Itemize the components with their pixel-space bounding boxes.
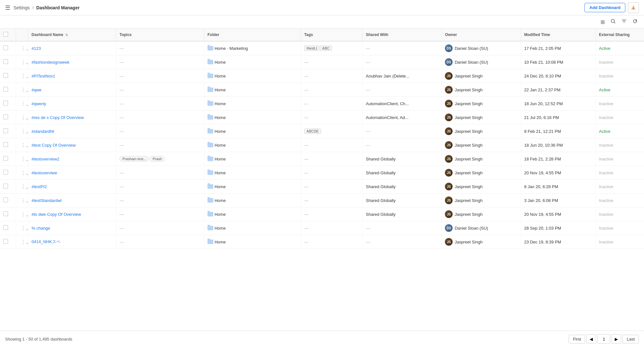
row-tags-cell: — xyxy=(301,235,362,249)
row-dots-menu[interactable]: ⋮ xyxy=(19,156,27,162)
row-actions-cell[interactable]: ⋮ xyxy=(16,166,28,180)
refresh-icon[interactable] xyxy=(631,17,639,26)
sort-icon[interactable]: ⇅ xyxy=(65,33,68,37)
row-actions-cell[interactable]: ⋮ xyxy=(16,41,28,55)
row-dots-menu[interactable]: ⋮ xyxy=(19,169,27,176)
row-actions-cell[interactable]: ⋮ xyxy=(16,124,28,138)
row-checkbox[interactable] xyxy=(3,114,8,119)
dashboard-link[interactable]: #testPI2 xyxy=(32,184,47,189)
row-checkbox[interactable] xyxy=(3,73,8,78)
row-checkbox-cell[interactable] xyxy=(0,41,16,55)
row-tags-cell: #testLIABC xyxy=(301,41,362,55)
row-actions-cell[interactable]: ⋮ xyxy=(16,69,28,83)
topics-empty: — xyxy=(119,74,124,78)
row-checkbox[interactable] xyxy=(3,87,8,92)
row-checkbox-cell[interactable] xyxy=(0,111,16,124)
row-actions-cell[interactable]: ⋮ xyxy=(16,55,28,69)
row-dots-menu[interactable]: ⋮ xyxy=(19,73,27,79)
row-checkbox-cell[interactable] xyxy=(0,55,16,69)
dashboard-link[interactable]: % change xyxy=(32,226,50,231)
row-name-cell: #qwerty xyxy=(28,97,116,111)
row-checkbox-cell[interactable] xyxy=(0,180,16,194)
row-actions-cell[interactable]: ⋮ xyxy=(16,180,28,194)
search-icon[interactable] xyxy=(609,17,617,26)
row-checkbox[interactable] xyxy=(3,197,8,202)
prev-page-button[interactable]: ◀ xyxy=(586,334,596,344)
row-checkbox-cell[interactable] xyxy=(0,152,16,166)
row-dots-menu[interactable]: ⋮ xyxy=(19,59,27,66)
dashboard-link[interactable]: #fashiondesignweek xyxy=(32,60,69,65)
header-checkbox[interactable] xyxy=(3,32,8,37)
dashboard-link[interactable]: 0414_NHKスベ xyxy=(32,239,60,244)
row-dots-menu[interactable]: ⋮ xyxy=(19,114,27,121)
row-name-cell: % change xyxy=(28,221,116,235)
row-checkbox-cell[interactable] xyxy=(0,207,16,221)
page-number-input[interactable] xyxy=(597,334,610,344)
row-dots-menu[interactable]: ⋮ xyxy=(19,183,27,190)
row-dots-menu[interactable]: ⋮ xyxy=(19,225,27,232)
breadcrumb-root[interactable]: Settings xyxy=(14,5,30,10)
row-actions-cell[interactable]: ⋮ xyxy=(16,83,28,97)
header-right: Add Dashboard xyxy=(584,2,639,13)
dashboard-link[interactable]: #res de s Copy Of Overview xyxy=(32,115,84,120)
menu-icon[interactable]: ☰ xyxy=(5,4,10,11)
filter-icon[interactable] xyxy=(620,17,628,26)
row-checkbox-cell[interactable] xyxy=(0,221,16,235)
row-actions-cell[interactable]: ⋮ xyxy=(16,207,28,221)
row-actions-cell[interactable]: ⋮ xyxy=(16,111,28,124)
row-checkbox-cell[interactable] xyxy=(0,166,16,180)
dashboard-link[interactable]: #qwe xyxy=(32,87,41,92)
row-actions-cell[interactable]: ⋮ xyxy=(16,194,28,207)
row-checkbox-cell[interactable] xyxy=(0,124,16,138)
row-dots-menu[interactable]: ⋮ xyxy=(19,100,27,107)
row-checkbox-cell[interactable] xyxy=(0,235,16,249)
row-checkbox-cell[interactable] xyxy=(0,83,16,97)
row-actions-cell[interactable]: ⋮ xyxy=(16,152,28,166)
row-dots-menu[interactable]: ⋮ xyxy=(19,142,27,149)
dashboard-link[interactable]: #testStandardwl xyxy=(32,198,61,203)
row-checkbox[interactable] xyxy=(3,170,8,175)
dashboard-link[interactable]: #123 xyxy=(32,46,41,51)
row-checkbox[interactable] xyxy=(3,156,8,161)
row-dots-menu[interactable]: ⋮ xyxy=(19,211,27,218)
row-checkbox[interactable] xyxy=(3,59,8,64)
row-checkbox-cell[interactable] xyxy=(0,138,16,152)
dashboard-link[interactable]: #qwerty xyxy=(32,101,46,106)
row-dots-menu[interactable]: ⋮ xyxy=(19,239,27,245)
row-dots-menu[interactable]: ⋮ xyxy=(19,197,27,204)
row-checkbox[interactable] xyxy=(3,45,8,50)
next-page-button[interactable]: ▶ xyxy=(612,334,621,344)
row-checkbox[interactable] xyxy=(3,101,8,105)
row-dots-menu[interactable]: ⋮ xyxy=(19,87,27,93)
row-checkbox[interactable] xyxy=(3,184,8,188)
row-actions-cell[interactable]: ⋮ xyxy=(16,138,28,152)
dashboard-link[interactable]: #test Copy Of Overview xyxy=(32,143,76,148)
dashboard-link[interactable]: #PITestNov1 xyxy=(32,74,55,78)
row-checkbox[interactable] xyxy=(3,239,8,244)
th-check[interactable] xyxy=(0,29,16,41)
row-actions-cell[interactable]: ⋮ xyxy=(16,221,28,235)
first-page-button[interactable]: First xyxy=(569,335,585,343)
th-name[interactable]: Dashboard Name ⇅ xyxy=(28,29,116,41)
row-checkbox-cell[interactable] xyxy=(0,97,16,111)
row-checkbox-cell[interactable] xyxy=(0,69,16,83)
row-checkbox-cell[interactable] xyxy=(0,194,16,207)
row-dots-menu[interactable]: ⋮ xyxy=(19,45,27,52)
row-folder-cell: Home xyxy=(204,69,301,83)
row-dots-menu[interactable]: ⋮ xyxy=(19,128,27,135)
row-checkbox[interactable] xyxy=(3,128,8,133)
row-actions-cell[interactable]: ⋮ xyxy=(16,97,28,111)
export-button[interactable] xyxy=(628,2,639,13)
last-page-button[interactable]: Last xyxy=(622,335,639,343)
row-checkbox[interactable] xyxy=(3,142,8,147)
columns-icon[interactable]: ⊞ xyxy=(599,18,606,26)
dashboard-link[interactable]: #testoverviwe xyxy=(32,170,57,175)
row-checkbox[interactable] xyxy=(3,211,8,216)
dashboard-link[interactable]: #standardNl xyxy=(32,129,54,134)
add-dashboard-button[interactable]: Add Dashboard xyxy=(584,3,625,12)
row-checkbox[interactable] xyxy=(3,225,8,230)
dashboard-link[interactable]: #ts dwe Copy Of Overview xyxy=(32,212,81,217)
dashboard-link[interactable]: #testoverview2 xyxy=(32,157,60,161)
folder-part: Home xyxy=(215,157,226,161)
row-actions-cell[interactable]: ⋮ xyxy=(16,235,28,249)
